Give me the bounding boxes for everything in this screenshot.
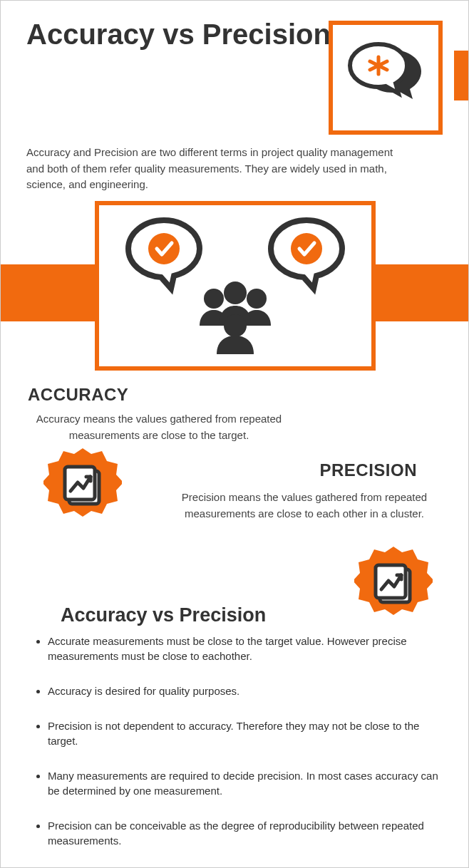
compare-bullet-list: Accurate measurements must be close to t…	[36, 634, 443, 868]
people-check-bubbles-icon	[114, 213, 356, 358]
list-item: Accurate measurements must be close to t…	[48, 634, 443, 663]
speech-bubbles-asterisk-icon	[343, 37, 428, 118]
svg-point-7	[247, 289, 267, 309]
accuracy-text: Accuracy means the values gathered from …	[16, 411, 302, 443]
compare-heading: Accuracy vs Precision	[61, 604, 266, 626]
mid-illustration-box	[95, 201, 376, 371]
precision-heading: PRECISION	[319, 460, 417, 480]
decorative-side-bar	[454, 51, 468, 100]
accuracy-heading: ACCURACY	[28, 385, 128, 405]
svg-point-4	[291, 233, 322, 264]
svg-point-5	[204, 289, 224, 309]
chart-badge-icon	[354, 545, 433, 624]
page-title: Accuracy vs Precision	[26, 18, 331, 51]
list-item: Many measurements are required to decide…	[48, 768, 443, 798]
list-item: Precision is not dependent to accuracy. …	[48, 718, 443, 748]
intro-paragraph: Accuracy and Precision are two different…	[26, 145, 397, 193]
precision-text: Precision means the values gathered from…	[162, 490, 447, 522]
list-item: Accuracy is desired for quality purposes…	[48, 683, 443, 698]
svg-point-3	[148, 233, 180, 264]
list-item: Precision can be conceivable as the degr…	[48, 818, 443, 848]
chart-badge-icon	[43, 447, 122, 525]
svg-point-6	[224, 281, 247, 304]
svg-point-8	[224, 314, 247, 337]
hero-icon-box	[329, 21, 443, 135]
